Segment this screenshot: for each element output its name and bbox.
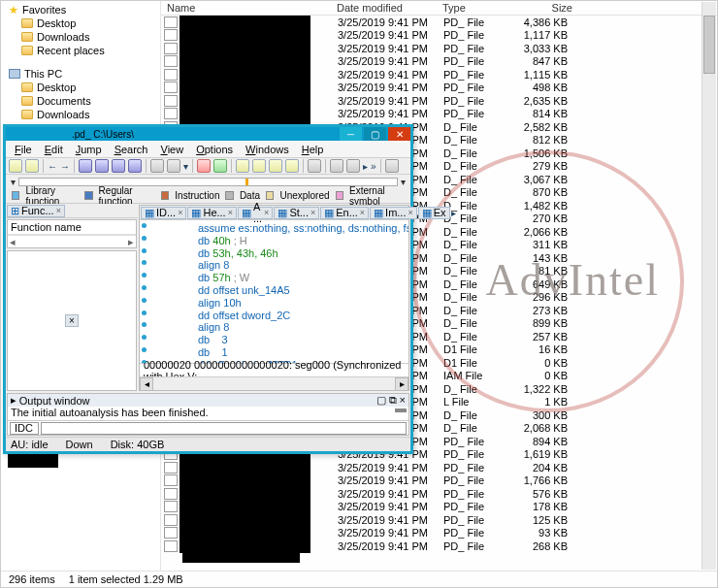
- disasm-tab[interactable]: ▦St...×: [274, 207, 319, 219]
- run-icon[interactable]: [213, 159, 227, 173]
- menu-help[interactable]: Help: [297, 143, 329, 156]
- disasm-tab[interactable]: ▦ID...×: [141, 207, 186, 219]
- col-date[interactable]: Date modified: [331, 1, 437, 15]
- disasm-tab[interactable]: ▦En...×: [320, 207, 369, 219]
- split-icon[interactable]: ⧉: [389, 394, 397, 407]
- menu-view[interactable]: View: [156, 143, 189, 156]
- cell-size: 93 KB: [511, 527, 581, 539]
- close-button[interactable]: ✕: [388, 127, 410, 141]
- tool-icon[interactable]: [112, 159, 125, 173]
- tool-icon[interactable]: [79, 159, 92, 173]
- down-icon[interactable]: ▾: [183, 161, 188, 172]
- disasm-tab[interactable]: ▦A ...×: [238, 207, 273, 219]
- scrollbar-thumb[interactable]: [703, 16, 715, 74]
- tree-item-recent[interactable]: Recent places: [9, 44, 160, 57]
- tabs-more-icon[interactable]: ▸: [451, 208, 456, 218]
- expand-icon[interactable]: ▸: [11, 394, 16, 407]
- favorites-node[interactable]: ★Favorites: [9, 3, 160, 16]
- output-text[interactable]: The initial autoanalysis has been finish…: [8, 407, 408, 420]
- checkbox[interactable]: [164, 95, 178, 107]
- explorer-vscrollbar[interactable]: [702, 2, 716, 570]
- close-icon[interactable]: ×: [178, 208, 182, 217]
- menu-search[interactable]: Search: [110, 143, 153, 156]
- menu-jump[interactable]: Jump: [71, 143, 107, 156]
- checkbox[interactable]: [164, 16, 178, 28]
- disasm-hscroll[interactable]: ◂▸: [140, 376, 408, 390]
- close-icon[interactable]: ×: [310, 208, 315, 217]
- checkbox[interactable]: [164, 514, 178, 526]
- tab-functions[interactable]: ⊞Func...×: [7, 205, 65, 217]
- close-icon[interactable]: ×: [228, 208, 233, 217]
- tool-icon[interactable]: [150, 159, 164, 173]
- close-icon[interactable]: ×: [360, 208, 365, 217]
- back-icon[interactable]: ←: [48, 161, 57, 172]
- close-icon[interactable]: ×: [400, 394, 406, 407]
- checkbox[interactable]: [164, 69, 178, 81]
- checkbox[interactable]: [164, 474, 178, 486]
- play-icon[interactable]: ▸: [363, 161, 368, 172]
- tool-icon[interactable]: [269, 159, 282, 173]
- menu-options[interactable]: Options: [191, 143, 238, 156]
- tool-icon[interactable]: [197, 159, 211, 173]
- column-headers[interactable]: Name Date modified Type Size: [161, 1, 717, 16]
- play-icon[interactable]: »: [371, 161, 376, 172]
- tree-item-desktop[interactable]: Desktop: [9, 16, 160, 30]
- checkbox[interactable]: [164, 501, 178, 512]
- col-name[interactable]: Name: [161, 1, 331, 15]
- checkbox[interactable]: [164, 527, 178, 539]
- disasm-tab[interactable]: ▦Ex: [418, 207, 450, 219]
- functions-header[interactable]: Function name: [8, 220, 136, 235]
- checkbox[interactable]: [164, 43, 178, 54]
- menu-windows[interactable]: Windows: [241, 143, 294, 156]
- grip-icon[interactable]: [395, 408, 407, 412]
- menu-edit[interactable]: Edit: [40, 143, 68, 156]
- close-icon[interactable]: ×: [56, 206, 61, 215]
- menu-file[interactable]: File: [10, 143, 37, 156]
- disasm-tab[interactable]: ▦He...×: [187, 207, 237, 219]
- close-icon[interactable]: ×: [65, 314, 79, 327]
- close-icon[interactable]: ×: [408, 208, 412, 217]
- tool-icon[interactable]: [252, 159, 266, 173]
- tool-icon[interactable]: [285, 159, 299, 173]
- cell-type: D_ File: [438, 160, 511, 172]
- save-icon[interactable]: [25, 159, 39, 173]
- tool-icon[interactable]: [95, 159, 109, 173]
- output-header[interactable]: ▸ Output window ▢⧉×: [8, 394, 408, 407]
- window-icon[interactable]: ▢: [376, 394, 386, 407]
- checkbox[interactable]: [164, 540, 178, 552]
- tree-item-documents[interactable]: Documents: [9, 94, 160, 108]
- tree-item-downloads[interactable]: Downloads: [9, 30, 160, 44]
- graph-overview[interactable]: ×: [7, 250, 137, 391]
- lang-selector[interactable]: IDC: [10, 422, 39, 435]
- tool-icon[interactable]: [167, 159, 180, 173]
- close-icon[interactable]: ×: [264, 208, 269, 217]
- checkbox[interactable]: [164, 488, 178, 500]
- minimize-button[interactable]: ─: [340, 127, 362, 141]
- functions-hscroll[interactable]: ◂▸: [8, 235, 136, 247]
- tool-icon[interactable]: [330, 159, 343, 173]
- checkbox[interactable]: [164, 82, 178, 93]
- tool-icon[interactable]: [346, 159, 360, 173]
- chevron-down-icon[interactable]: ▾: [9, 177, 17, 187]
- tree-item-desktop2[interactable]: Desktop: [9, 81, 160, 94]
- open-icon[interactable]: [9, 159, 22, 173]
- col-type[interactable]: Type: [437, 1, 510, 15]
- tool-icon[interactable]: [128, 159, 142, 173]
- maximize-button[interactable]: ▢: [364, 127, 386, 141]
- checkbox[interactable]: [164, 55, 178, 67]
- checkbox[interactable]: [164, 462, 178, 474]
- disasm-tab[interactable]: ▦Im...×: [370, 207, 417, 219]
- overview-track[interactable]: [18, 178, 398, 186]
- col-size[interactable]: Size: [510, 1, 578, 15]
- ida-titlebar[interactable]: .pd_ C:\Users\ ─ ▢ ✕: [6, 127, 410, 141]
- thispc-node[interactable]: This PC: [9, 67, 160, 81]
- tool-icon[interactable]: [308, 159, 321, 173]
- fwd-icon[interactable]: →: [60, 161, 70, 172]
- command-input[interactable]: [41, 422, 407, 435]
- tool-icon[interactable]: [385, 159, 399, 173]
- disasm-code[interactable]: assume es:nothing, ss:nothing, ds:nothin…: [140, 220, 408, 363]
- tool-icon[interactable]: [236, 159, 249, 173]
- tree-item-downloads2[interactable]: Downloads: [9, 108, 160, 121]
- checkbox[interactable]: [164, 108, 178, 119]
- checkbox[interactable]: [164, 29, 178, 41]
